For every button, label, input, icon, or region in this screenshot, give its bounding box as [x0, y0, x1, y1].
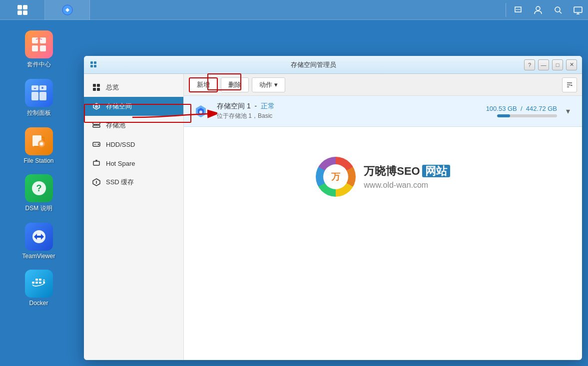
svg-rect-50 — [93, 161, 99, 165]
desktop-icon-file[interactable]: File Station — [11, 124, 66, 167]
user-icon — [533, 5, 543, 15]
docker-icon — [25, 270, 53, 298]
svg-point-1 — [516, 9, 517, 10]
svg-rect-43 — [93, 122, 100, 124]
desktop-icon-suite[interactable]: 套件中心 — [11, 27, 66, 72]
svg-rect-33 — [90, 61, 93, 64]
window-body: 总览 存储空间 — [84, 74, 582, 360]
taskbar-app-grid[interactable] — [0, 0, 45, 20]
watermark-char: 万 — [323, 164, 348, 189]
teamviewer-icon — [25, 223, 53, 251]
ssd-cache-icon — [92, 178, 101, 187]
svg-point-4 — [536, 6, 540, 10]
svg-point-3 — [519, 9, 520, 10]
svg-rect-31 — [39, 279, 41, 281]
watermark-seo-text: 万晓博SEO — [364, 165, 420, 177]
action-button[interactable]: 动作 ▾ — [252, 77, 285, 92]
suite-icon — [25, 30, 53, 58]
volume-usage: 100.53 GB / 442.72 GB — [486, 105, 557, 117]
add-button[interactable]: 新增 — [189, 77, 218, 92]
sidebar-item-hdd[interactable]: HDD/SSD — [84, 135, 183, 154]
minimize-button[interactable]: — — [538, 59, 549, 70]
watermark-main-text: 万晓博SEO网站 — [364, 164, 450, 179]
hotspare-icon — [92, 159, 101, 168]
svg-marker-42 — [95, 105, 98, 108]
svg-rect-40 — [97, 88, 100, 91]
volume-title: 存储空间 1 - 正常 — [217, 102, 486, 111]
storage-label: 存储空间 — [106, 102, 132, 111]
sidebar: 总览 存储空间 — [84, 74, 184, 360]
file-icon — [25, 127, 53, 155]
blue-app-icon — [61, 4, 73, 16]
svg-rect-27 — [32, 282, 34, 284]
sort-button[interactable] — [562, 77, 577, 92]
search-icon — [553, 5, 563, 15]
desktop-icon-docker[interactable]: Docker — [11, 267, 66, 310]
display-icon-btn[interactable] — [568, 0, 588, 20]
volume-name: 存储空间 1 — [217, 102, 251, 110]
desktop-icon-dsm[interactable]: ? DSM 说明 — [11, 171, 66, 216]
user-icon-btn[interactable] — [528, 0, 548, 20]
svg-rect-17 — [39, 92, 46, 100]
pool-label: 存储池 — [106, 121, 125, 130]
hdd-label: HDD/SSD — [106, 141, 135, 148]
svg-line-6 — [560, 11, 562, 13]
delete-button[interactable]: 删除 — [221, 77, 249, 92]
used-gb: 100.53 GB — [486, 105, 517, 112]
svg-rect-12 — [32, 45, 38, 51]
sidebar-item-overview[interactable]: 总览 — [84, 78, 183, 97]
taskbar — [0, 0, 588, 20]
svg-rect-37 — [93, 84, 96, 87]
svg-rect-13 — [40, 45, 46, 51]
ssd-label: SSD 缓存 — [106, 178, 134, 187]
storage-volume-row[interactable]: 存储空间 1 - 正常 位于存储池 1，Basic 100.53 GB / 44… — [184, 96, 582, 127]
sidebar-item-ssd[interactable]: SSD 缓存 — [84, 173, 183, 192]
chat-icon — [513, 5, 523, 15]
dsm-label: DSM 说明 — [25, 204, 52, 213]
svg-rect-11 — [40, 37, 46, 43]
help-button[interactable]: ? — [524, 59, 535, 70]
desktop: 套件中心 控制面板 File Station — [0, 20, 77, 366]
watermark-circle: 万 — [316, 157, 356, 197]
total-gb: 442.72 GB — [526, 105, 557, 112]
svg-point-5 — [555, 7, 560, 12]
close-button[interactable]: ✕ — [566, 59, 577, 70]
svg-rect-16 — [31, 92, 38, 100]
window-controls: ? — □ ✕ — [524, 59, 577, 70]
storage-manager-window: 存储空间管理员 ? — □ ✕ 总览 — [84, 56, 582, 360]
sidebar-item-pool[interactable]: 存储池 — [84, 116, 183, 135]
grid-icon — [17, 5, 27, 15]
progress-bar — [497, 114, 557, 117]
chat-icon-btn[interactable] — [508, 0, 528, 20]
taskbar-divider — [506, 3, 506, 17]
desktop-icon-teamviewer[interactable]: TeamViewer — [11, 220, 66, 263]
taskbar-app-blue[interactable] — [45, 0, 90, 20]
display-icon — [573, 5, 583, 15]
svg-rect-10 — [32, 37, 38, 43]
volume-status: 正常 — [261, 102, 275, 110]
expand-button[interactable]: ▾ — [562, 105, 574, 117]
sidebar-item-hotspare[interactable]: Hot Spare — [84, 154, 183, 173]
overview-label: 总览 — [106, 83, 119, 92]
svg-point-32 — [43, 281, 45, 283]
progress-fill — [497, 114, 510, 117]
file-label: File Station — [23, 157, 53, 164]
svg-rect-29 — [39, 282, 41, 284]
volume-icon — [192, 102, 210, 120]
desktop-icon-control[interactable]: 控制面板 — [11, 76, 66, 120]
svg-rect-28 — [35, 282, 38, 284]
svg-rect-44 — [93, 125, 100, 127]
control-label: 控制面板 — [27, 109, 51, 117]
teamviewer-label: TeamViewer — [22, 253, 55, 260]
maximize-button[interactable]: □ — [552, 59, 563, 70]
sort-icon — [566, 81, 573, 88]
svg-rect-39 — [93, 88, 96, 91]
hdd-icon — [92, 140, 101, 149]
window-title: 存储空间管理员 — [103, 60, 524, 69]
search-icon-btn[interactable] — [548, 0, 568, 20]
hotspare-label: Hot Spare — [106, 160, 135, 167]
docker-label: Docker — [29, 300, 48, 307]
dsm-icon: ? — [25, 174, 53, 202]
svg-rect-38 — [97, 84, 100, 87]
sidebar-item-storage[interactable]: 存储空间 — [84, 97, 183, 116]
